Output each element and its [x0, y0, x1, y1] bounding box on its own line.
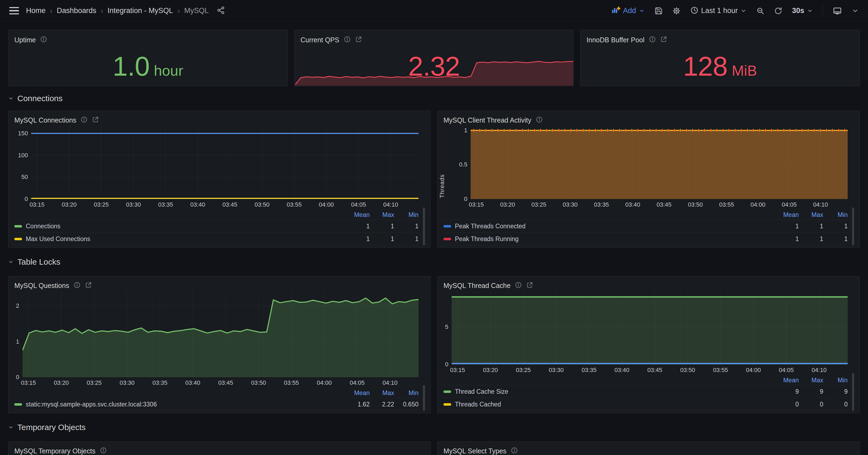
activity-chart-plot[interactable]	[471, 126, 848, 199]
legend-min: 1	[823, 223, 848, 230]
x-tick-label: 03:25	[94, 201, 109, 208]
legend-item[interactable]: Peak Threads Connected 1 1 1	[443, 220, 848, 232]
breadcrumb-home[interactable]: Home	[26, 6, 45, 15]
section-table-locks[interactable]: Table Locks	[8, 248, 860, 276]
add-button-label: Add	[623, 6, 636, 15]
info-icon[interactable]	[100, 447, 107, 455]
x-tick-label: 03:55	[713, 367, 728, 373]
legend-item[interactable]: Thread Cache Size 9 9 9	[443, 385, 848, 398]
external-link-icon[interactable]	[85, 282, 92, 290]
legend-scrollbar[interactable]	[423, 385, 425, 411]
kiosk-monitor-icon[interactable]	[833, 6, 842, 15]
y-axis: Threads 00.51	[437, 126, 471, 199]
panel-mysql-client-thread-activity: MySQL Client Thread Activity Threads 00.…	[437, 110, 860, 248]
series-color-swatch	[443, 225, 451, 228]
panel-title: InnoDB Buffer Pool	[586, 36, 645, 44]
breadcrumb-dashboards[interactable]: Dashboards	[57, 6, 96, 15]
external-link-icon[interactable]	[660, 36, 667, 44]
x-tick-label: 03:50	[251, 379, 266, 386]
series-label[interactable]: Peak Threads Connected	[455, 223, 774, 230]
section-connections[interactable]: Connections	[8, 86, 860, 110]
legend-scrollbar[interactable]	[423, 207, 425, 246]
section-collapse-chevron-icon	[8, 259, 13, 265]
info-icon[interactable]	[515, 282, 522, 290]
y-tick-label: 5	[437, 323, 448, 331]
legend-item[interactable]: static:mysql.sample-apps.svc.cluster.loc…	[14, 398, 418, 411]
menu-icon[interactable]	[9, 7, 19, 14]
external-link-icon[interactable]	[355, 36, 362, 44]
share-icon[interactable]	[217, 6, 225, 15]
info-icon[interactable]	[536, 116, 543, 124]
series-label[interactable]: Connections	[26, 223, 345, 230]
x-tick-label: 03:15	[469, 201, 484, 208]
legend-mean: 1	[345, 223, 370, 230]
series-label[interactable]: Thread Cache Size	[455, 388, 774, 395]
refresh-interval-picker[interactable]: 30s	[792, 6, 813, 15]
legend-col-max[interactable]: Max	[370, 211, 394, 219]
info-icon[interactable]	[511, 447, 518, 455]
external-link-icon[interactable]	[92, 116, 99, 124]
legend-max: 1	[799, 235, 823, 243]
refresh-icon[interactable]	[774, 7, 782, 15]
legend-scrollbar[interactable]	[852, 207, 854, 246]
legend-item[interactable]: Connections 1 1 1	[14, 220, 418, 232]
legend-col-max[interactable]: Max	[799, 377, 823, 384]
x-tick-label: 04:10	[382, 379, 397, 386]
external-link-icon[interactable]	[526, 282, 533, 290]
x-tick-label: 03:50	[688, 201, 703, 208]
time-range-picker[interactable]: Last 1 hour	[690, 6, 746, 15]
legend-col-min[interactable]: Min	[394, 389, 418, 397]
legend-col-min[interactable]: Min	[823, 377, 848, 384]
legend-mean: 0	[774, 401, 799, 408]
cache-chart-plot[interactable]	[452, 291, 848, 364]
x-axis: 03:1503:2003:2503:3003:3503:4003:4503:50…	[31, 199, 418, 210]
legend: Mean Max Min Connections 1 1 1 Max Used …	[8, 210, 431, 246]
legend-col-max[interactable]: Max	[799, 211, 823, 219]
legend-col-max[interactable]: Max	[370, 389, 394, 397]
y-axis: 05	[437, 291, 452, 364]
y-tick-label: 0.5	[448, 161, 467, 168]
legend-scrollbar[interactable]	[852, 373, 854, 411]
legend-col-mean[interactable]: Mean	[345, 389, 370, 397]
legend-col-min[interactable]: Min	[823, 211, 848, 219]
legend-min: 1	[823, 235, 848, 243]
panel-title: MySQL Select Types	[443, 447, 506, 455]
y-axis: 012	[8, 291, 23, 377]
info-icon[interactable]	[40, 36, 47, 44]
info-icon[interactable]	[81, 116, 88, 124]
section-collapse-chevron-icon	[8, 425, 13, 430]
uptime-unit: hour	[154, 62, 183, 79]
series-label[interactable]: Threads Cached	[455, 401, 774, 408]
legend-mean: 1	[774, 235, 799, 243]
innodb-unit: MiB	[732, 62, 757, 79]
breadcrumb-integration-mysql[interactable]: Integration - MySQL	[107, 6, 173, 15]
series-label[interactable]: static:mysql.sample-apps.svc.cluster.loc…	[26, 401, 345, 408]
navbar-actions: Add Last 1 hour 30s	[611, 5, 859, 17]
info-icon[interactable]	[73, 282, 81, 290]
section-temporary-objects[interactable]: Temporary Objects	[8, 413, 860, 442]
series-label[interactable]: Max Used Connections	[26, 235, 345, 243]
dashboard-settings-gear-icon[interactable]	[673, 7, 681, 15]
legend-item[interactable]: Peak Threads Running 1 1 1	[443, 232, 848, 245]
info-icon[interactable]	[344, 36, 351, 44]
uptime-value: 1.0	[113, 51, 150, 82]
legend-item[interactable]: Threads Cached 0 0 0	[443, 398, 848, 411]
navbar-more-chevron-icon[interactable]	[852, 7, 859, 14]
questions-chart-plot[interactable]	[23, 291, 418, 377]
zoom-out-time-icon[interactable]	[756, 7, 764, 15]
legend-mean: 9	[774, 388, 799, 395]
x-tick-label: 03:40	[190, 201, 205, 208]
info-icon[interactable]	[649, 36, 656, 44]
add-button[interactable]: Add	[611, 6, 645, 16]
legend-col-mean[interactable]: Mean	[345, 211, 370, 219]
legend-col-min[interactable]: Min	[394, 211, 418, 219]
connections-chart-plot[interactable]	[31, 126, 418, 199]
save-dashboard-icon[interactable]	[654, 7, 663, 15]
x-tick-label: 03:20	[500, 201, 515, 208]
series-label[interactable]: Peak Threads Running	[455, 235, 774, 243]
legend-item[interactable]: Max Used Connections 1 1 1	[14, 232, 418, 245]
refresh-interval-label: 30s	[792, 6, 804, 15]
legend-col-mean[interactable]: Mean	[774, 377, 799, 384]
legend-col-mean[interactable]: Mean	[774, 211, 799, 219]
x-tick-label: 03:40	[185, 379, 200, 386]
